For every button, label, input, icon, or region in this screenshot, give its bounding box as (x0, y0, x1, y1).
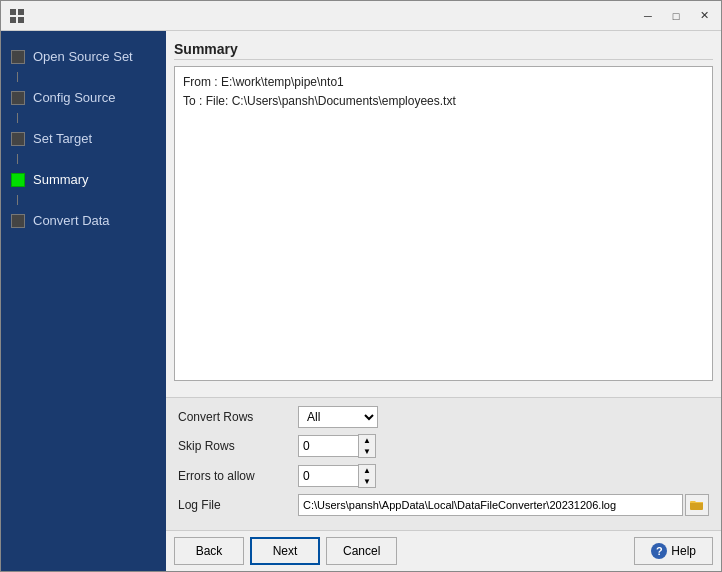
nav-indicator-config-source (11, 91, 25, 105)
content-area: Summary From : E:\work\temp\pipe\nto1 To… (166, 31, 721, 571)
bottom-bar: Back Next Cancel ? Help (166, 530, 721, 571)
minimize-button[interactable]: ─ (635, 6, 661, 26)
maximize-button[interactable]: □ (663, 6, 689, 26)
skip-rows-spinner-btns: ▲ ▼ (358, 434, 376, 458)
errors-input[interactable] (298, 465, 358, 487)
svg-rect-2 (10, 17, 16, 23)
nav-indicator-convert-data (11, 214, 25, 228)
errors-label: Errors to allow (178, 469, 298, 483)
svg-rect-0 (10, 9, 16, 15)
errors-down-btn[interactable]: ▼ (359, 476, 375, 487)
close-button[interactable]: ✕ (691, 6, 717, 26)
sidebar-label-set-target: Set Target (33, 131, 92, 146)
sidebar-label-convert-data: Convert Data (33, 213, 110, 228)
convert-rows-select[interactable]: All First N Skip N (298, 406, 378, 428)
title-bar: ─ □ ✕ (1, 1, 721, 31)
sidebar-label-open-source-set: Open Source Set (33, 49, 133, 64)
skip-rows-row: Skip Rows ▲ ▼ (178, 434, 709, 458)
title-bar-left (9, 8, 31, 24)
summary-line-2: To : File: C:\Users\pansh\Documents\empl… (183, 92, 704, 111)
errors-spinner: ▲ ▼ (298, 464, 376, 488)
app-icon (9, 8, 25, 24)
section-title: Summary (174, 39, 713, 60)
log-file-browse-button[interactable] (685, 494, 709, 516)
sidebar-label-config-source: Config Source (33, 90, 115, 105)
nav-indicator-summary (11, 173, 25, 187)
help-button[interactable]: ? Help (634, 537, 713, 565)
svg-rect-3 (18, 17, 24, 23)
errors-up-btn[interactable]: ▲ (359, 465, 375, 476)
cancel-button[interactable]: Cancel (326, 537, 397, 565)
sidebar-label-summary: Summary (33, 172, 89, 187)
convert-rows-label: Convert Rows (178, 410, 298, 424)
nav-indicator-set-target (11, 132, 25, 146)
convert-rows-control: All First N Skip N (298, 406, 378, 428)
errors-row: Errors to allow ▲ ▼ (178, 464, 709, 488)
convert-rows-row: Convert Rows All First N Skip N (178, 406, 709, 428)
back-button[interactable]: Back (174, 537, 244, 565)
main-window: ─ □ ✕ Open Source Set Config Source (0, 0, 722, 572)
skip-rows-control: ▲ ▼ (298, 434, 376, 458)
sidebar-item-open-source-set[interactable]: Open Source Set (1, 41, 166, 72)
svg-rect-4 (690, 502, 703, 510)
title-bar-controls: ─ □ ✕ (635, 6, 717, 26)
sidebar-item-summary[interactable]: Summary (1, 164, 166, 195)
next-button[interactable]: Next (250, 537, 320, 565)
form-area: Convert Rows All First N Skip N Skip Row… (166, 397, 721, 530)
skip-rows-label: Skip Rows (178, 439, 298, 453)
skip-rows-down-btn[interactable]: ▼ (359, 446, 375, 457)
main-area: Open Source Set Config Source Set Target (1, 31, 721, 571)
skip-rows-spinner: ▲ ▼ (298, 434, 376, 458)
log-file-row: Log File (178, 494, 709, 516)
log-file-label: Log File (178, 498, 298, 512)
folder-icon (690, 499, 704, 511)
sidebar-item-set-target[interactable]: Set Target (1, 123, 166, 154)
errors-spinner-btns: ▲ ▼ (358, 464, 376, 488)
summary-line-1: From : E:\work\temp\pipe\nto1 (183, 73, 704, 92)
sidebar-item-convert-data[interactable]: Convert Data (1, 205, 166, 236)
svg-rect-1 (18, 9, 24, 15)
sidebar: Open Source Set Config Source Set Target (1, 31, 166, 571)
help-label: Help (671, 544, 696, 558)
content-inner: Summary From : E:\work\temp\pipe\nto1 To… (166, 31, 721, 397)
skip-rows-input[interactable] (298, 435, 358, 457)
errors-control: ▲ ▼ (298, 464, 376, 488)
log-file-input[interactable] (298, 494, 683, 516)
sidebar-item-config-source[interactable]: Config Source (1, 82, 166, 113)
skip-rows-up-btn[interactable]: ▲ (359, 435, 375, 446)
help-icon: ? (651, 543, 667, 559)
nav-indicator-open-source-set (11, 50, 25, 64)
summary-box: From : E:\work\temp\pipe\nto1 To : File:… (174, 66, 713, 381)
